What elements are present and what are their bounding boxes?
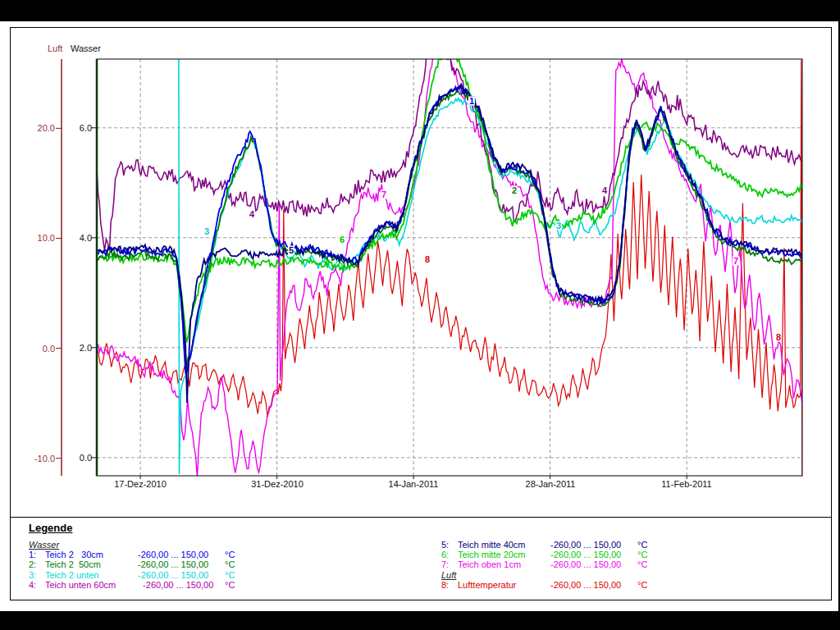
app-screen: { "header": {"luft": "Luft", "wasser": "… [0, 0, 840, 630]
legend-section-header: Wasser [29, 540, 235, 550]
legend-num: 3: [29, 570, 45, 580]
legend-row: 2:Teich 2 50cm-260,00 ... 150,00°C [29, 559, 235, 569]
axes [56, 59, 802, 479]
legend-name: Teich mitte 20cm [458, 550, 550, 559]
legend-unit: °C [225, 580, 235, 590]
series-line-7 [97, 45, 802, 478]
legend-name: Lufttemperatur [458, 580, 550, 590]
series-line-2 [97, 89, 802, 368]
chart-canvas [0, 0, 840, 630]
legend-unit: °C [637, 559, 647, 569]
legend-separator [11, 517, 831, 518]
series-line-5 [97, 84, 802, 403]
legend-range: -260,00 ... 150,00 [550, 550, 637, 559]
legend-name: Teich 2 unten [45, 570, 138, 580]
legend-range: -260,00 ... 150,00 [550, 580, 637, 590]
legend-row: 6:Teich mitte 20cm-260,00 ... 150,00°C [441, 550, 647, 559]
legend-num: 8: [441, 580, 458, 590]
legend-unit: °C [637, 540, 647, 550]
series-lines [97, 39, 802, 478]
legend-range: -260,00 ... 150,00 [138, 550, 225, 559]
legend-row: 4:Teich unten 60cm -260,00 ... 150,00°C [29, 580, 235, 590]
legend-name: Teich unten 60cm [45, 580, 138, 590]
legend-row: 8:Lufttemperatur-260,00 ... 150,00°C [441, 580, 647, 590]
legend-unit: °C [225, 570, 235, 580]
legend-range: -260,00 ... 150,00 [550, 540, 637, 550]
legend-name: Teich 2 50cm [45, 559, 138, 569]
legend-num: 1: [29, 550, 45, 559]
legend-range: -260,00 ... 150,00 [138, 580, 225, 590]
legend-column-luft: 5:Teich mitte 40cm-260,00 ... 150,00°C6:… [441, 540, 647, 590]
legend-num: 7: [441, 559, 458, 569]
series-line-4 [97, 39, 802, 251]
legend-num: 2: [29, 559, 45, 569]
legend-row: 3:Teich 2 unten-260,00 ... 150,00°C [29, 570, 235, 580]
legend-name: Teich 2 30cm [45, 550, 138, 559]
legend-unit: °C [225, 550, 235, 559]
legend-unit: °C [637, 580, 647, 590]
legend-range: -260,00 ... 150,00 [138, 570, 225, 580]
legend-name: Teich oben 1cm [458, 559, 550, 569]
legend-range: -260,00 ... 150,00 [138, 559, 225, 569]
legend-unit: °C [225, 559, 235, 569]
legend-num: 4: [29, 580, 45, 590]
legend-section-header: Luft [441, 570, 647, 580]
legend-num: 6: [441, 550, 458, 559]
legend-row: 1:Teich 2 30cm-260,00 ... 150,00°C [29, 550, 235, 559]
legend-row: 5:Teich mitte 40cm-260,00 ... 150,00°C [441, 540, 647, 550]
legend-unit: °C [637, 550, 647, 559]
legend-title: Legende [29, 522, 72, 534]
series-line-3 [179, 59, 802, 474]
legend-name: Teich mitte 40cm [458, 540, 550, 550]
legend-column-wasser: Wasser1:Teich 2 30cm-260,00 ... 150,00°C… [29, 540, 235, 590]
legend-row: 7:Teich oben 1cm-260,00 ... 150,00°C [441, 559, 647, 569]
legend-num: 5: [441, 540, 458, 550]
legend-range: -260,00 ... 150,00 [550, 559, 637, 569]
